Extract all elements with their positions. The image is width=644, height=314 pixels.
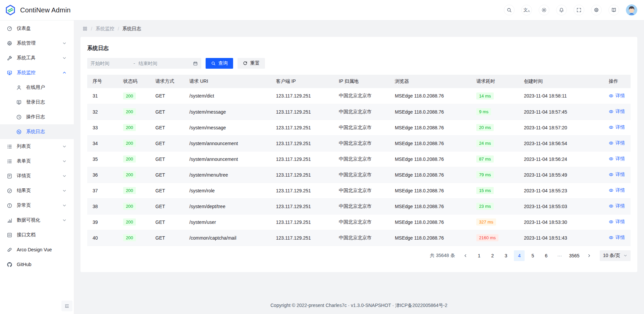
sidebar-item-detail-page[interactable]: 详情页 [0, 169, 74, 183]
cell-region: 中国北京北京市 [333, 135, 389, 151]
detail-link[interactable]: 详情 [609, 93, 625, 99]
sidebar-item-list-page[interactable]: 列表页 [0, 139, 74, 154]
pagination-ellipsis: ··· [554, 250, 565, 261]
date-range-picker[interactable]: - [87, 58, 201, 69]
page-size-value: 10 条/页 [603, 253, 620, 259]
sidebar-item-api-docs[interactable]: 接口文档 [0, 228, 74, 242]
cell-method: GET [150, 183, 184, 198]
status-badge: 200 [123, 92, 136, 100]
search-button-label: 查询 [218, 60, 228, 66]
pagination-page-2[interactable]: 2 [487, 250, 498, 261]
system-log-table: 序号 状态码 请求方式 请求 URI 客户端 IP IP 归属地 浏览器 请求耗… [87, 75, 631, 246]
cell-created: 2023-11-04 18:56:24 [519, 151, 603, 167]
translate-button[interactable]: 文A [521, 5, 532, 15]
cell-browser: MSEdge 118.0.2088.76 [389, 214, 471, 230]
detail-link[interactable]: 详情 [609, 203, 625, 209]
notifications-button[interactable] [556, 5, 567, 15]
sidebar-item-label: 列表页 [17, 143, 31, 149]
reset-button[interactable]: 重置 [237, 58, 265, 69]
user-avatar[interactable] [626, 4, 637, 16]
detail-link[interactable]: 详情 [609, 219, 625, 225]
table-row: 38 200 GET /system/dept/tree 123.117.129… [87, 198, 631, 214]
detail-link[interactable]: 详情 [609, 235, 625, 241]
sidebar-item-operation-log[interactable]: 操作日志 [0, 110, 74, 124]
start-time-input[interactable] [91, 61, 130, 66]
status-badge: 200 [123, 234, 136, 241]
cell-uri: /common/captcha/mail [184, 230, 271, 246]
end-time-input[interactable] [139, 61, 178, 66]
status-badge: 200 [123, 187, 136, 194]
cell-uri: /system/dict [184, 88, 271, 104]
elapsed-badge: 14 ms [476, 92, 493, 100]
pagination-page-6[interactable]: 6 [541, 250, 551, 261]
detail-link[interactable]: 详情 [609, 187, 625, 193]
apps-grid-icon[interactable] [83, 26, 88, 31]
topbar-actions: 文A [504, 4, 637, 16]
cell-ip: 123.117.129.251 [271, 135, 333, 151]
list-icon [7, 144, 12, 149]
eye-icon [609, 188, 613, 193]
pagination-page-5[interactable]: 5 [527, 250, 538, 261]
detail-link-label: 详情 [615, 203, 625, 209]
sidebar-item-label: 接口文档 [17, 232, 36, 238]
cell-created: 2023-11-04 18:55:03 [519, 198, 603, 214]
logo-area[interactable]: ContiNew Admin [5, 4, 71, 16]
sidebar-item-system-tools[interactable]: 系统工具 [0, 51, 74, 65]
chevron-down-icon [62, 218, 66, 222]
theme-toggle-button[interactable] [539, 5, 549, 15]
refresh-icon [243, 61, 248, 66]
sidebar-item-system-monitor[interactable]: 系统监控 [0, 65, 74, 80]
user-icon [16, 85, 22, 90]
sidebar-item-exception-page[interactable]: 异常页 [0, 198, 74, 213]
sidebar-item-result-page[interactable]: 结果页 [0, 183, 74, 198]
cell-created: 2023-11-04 18:55:49 [519, 167, 603, 183]
chevron-down-icon [624, 254, 627, 257]
table-row: 34 200 GET /system/announcement 123.117.… [87, 135, 631, 151]
detail-link[interactable]: 详情 [609, 109, 625, 115]
detail-link[interactable]: 详情 [609, 172, 625, 178]
sidebar-item-login-log[interactable]: 登录日志 [0, 95, 74, 110]
page-size-select[interactable]: 10 条/页 [600, 250, 631, 261]
search-button[interactable] [504, 5, 515, 15]
sidebar-item-form-page[interactable]: 表单页 [0, 154, 74, 169]
calendar-icon [193, 61, 198, 66]
pagination-page-3565[interactable]: 3565 [568, 250, 581, 261]
detail-link-label: 详情 [615, 93, 625, 99]
fullscreen-button[interactable] [574, 5, 584, 15]
cell-browser: MSEdge 118.0.2088.76 [389, 104, 471, 120]
pagination-prev-button[interactable] [460, 250, 471, 261]
sidebar-item-online-users[interactable]: 在线用户 [0, 80, 74, 95]
system-log-icon [16, 129, 22, 135]
elapsed-badge: 20 ms [476, 124, 493, 131]
detail-link[interactable]: 详情 [609, 156, 625, 162]
detail-link-label: 详情 [615, 172, 625, 178]
cell-created: 2023-11-04 18:57:20 [519, 120, 603, 135]
table-row: 37 200 GET /system/role 123.117.129.251 … [87, 183, 631, 198]
sidebar-item-data-visualization[interactable]: 数据可视化 [0, 213, 74, 228]
sidebar-item-label: Arco Design Vue [17, 247, 52, 252]
sidebar-item-dashboard[interactable]: 仪表盘 [0, 21, 74, 36]
settings-button[interactable] [591, 5, 602, 15]
sidebar-collapse-button[interactable] [61, 301, 72, 311]
sidebar-item-system-management[interactable]: 系统管理 [0, 36, 74, 51]
sidebar-item-github[interactable]: GitHub [0, 257, 74, 272]
pagination-page-1[interactable]: 1 [474, 250, 484, 261]
sidebar-item-label: 系统日志 [26, 129, 45, 135]
pagination-page-3[interactable]: 3 [500, 250, 511, 261]
breadcrumb-item-system-monitor[interactable]: 系统监控 [96, 26, 114, 32]
pagination-next-button[interactable] [584, 250, 594, 261]
sidebar-item-arco-design-vue[interactable]: Arco Design Vue [0, 242, 74, 257]
page-title: 系统日志 [87, 45, 631, 52]
pagination-page-4-active[interactable]: 4 [514, 250, 525, 261]
cell-method: GET [150, 151, 184, 167]
gear-icon [7, 41, 12, 46]
search-button[interactable]: 查询 [206, 58, 233, 69]
detail-link[interactable]: 详情 [609, 140, 625, 146]
docs-button[interactable] [608, 5, 619, 15]
eye-icon [609, 156, 613, 161]
cell-no: 34 [87, 135, 118, 151]
sidebar-item-system-log[interactable]: 系统日志 [0, 124, 74, 139]
detail-link[interactable]: 详情 [609, 124, 625, 130]
footer-copyright: Copyright © 2022-present Charles7c · v1.… [74, 303, 644, 314]
pagination: 共 35648 条 1 2 3 4 5 6 ··· 3565 [87, 250, 631, 261]
